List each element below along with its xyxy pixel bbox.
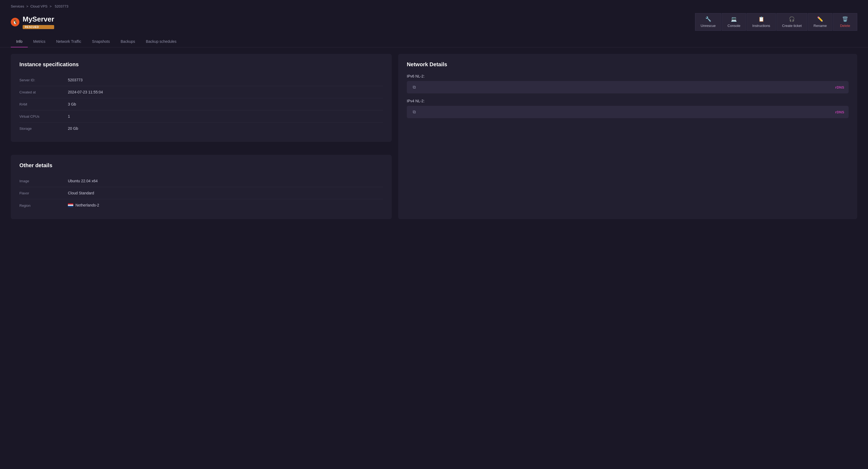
table-row: Region Netherlands-2 bbox=[20, 199, 383, 212]
ipv6-copy-button[interactable]: ⧉ bbox=[411, 84, 417, 90]
other-details-title: Other details bbox=[20, 162, 383, 169]
create-ticket-button[interactable]: 🎧 Create ticket bbox=[776, 13, 807, 31]
unrescue-icon: 🔧 bbox=[705, 16, 711, 22]
spec-label-created-at: Created at bbox=[20, 90, 68, 94]
delete-button[interactable]: 🗑️ Delete bbox=[833, 13, 857, 31]
spec-value-server-id: 5203773 bbox=[68, 78, 83, 82]
spec-label-image: Image bbox=[20, 179, 68, 183]
spec-label-flavor: Flavor bbox=[20, 191, 68, 195]
region-flag: Netherlands-2 bbox=[68, 203, 99, 207]
ipv4-row: ⧉ rDNS bbox=[407, 106, 848, 118]
spec-value-region: Netherlands-2 bbox=[68, 203, 99, 208]
tab-metrics[interactable]: Metrics bbox=[28, 36, 51, 47]
server-name: MyServer bbox=[23, 15, 54, 24]
tab-snapshots[interactable]: Snapshots bbox=[87, 36, 115, 47]
table-row: Image Ubuntu 22.04 x64 bbox=[20, 175, 383, 187]
tab-info[interactable]: Info bbox=[11, 36, 28, 47]
status-badge: RESCUED bbox=[23, 25, 54, 29]
network-details-card: Network Details IPv6 NL-2: ⧉ rDNS IPv4 N… bbox=[398, 54, 857, 219]
toolbar: 🔧 Unrescue 💻 Console 📋 Instructions 🎧 Cr… bbox=[695, 13, 857, 31]
tab-network-traffic[interactable]: Network Traffic bbox=[51, 36, 87, 47]
ipv6-row: ⧉ rDNS bbox=[407, 81, 848, 93]
ipv6-section: IPv6 NL-2: ⧉ rDNS bbox=[407, 74, 848, 93]
spec-label-ram: RAM bbox=[20, 102, 68, 106]
ipv4-section: IPv4 NL-2: ⧉ rDNS bbox=[407, 99, 848, 118]
instructions-icon: 📋 bbox=[758, 16, 764, 22]
header-left: 🐧 MyServer RESCUED bbox=[11, 15, 54, 29]
delete-icon: 🗑️ bbox=[842, 16, 848, 22]
spec-value-vcpus: 1 bbox=[68, 114, 70, 119]
netherlands-flag-icon bbox=[68, 203, 73, 207]
server-info: MyServer RESCUED bbox=[23, 15, 54, 29]
table-row: Virtual CPUs 1 bbox=[20, 110, 383, 123]
spec-value-ram: 3 Gb bbox=[68, 102, 76, 106]
ipv4-label: IPv4 NL-2: bbox=[407, 99, 848, 103]
breadcrumb-server-id: 5203773 bbox=[55, 4, 68, 8]
spec-label-region: Region bbox=[20, 204, 68, 208]
create-ticket-icon: 🎧 bbox=[789, 16, 795, 22]
console-button[interactable]: 💻 Console bbox=[722, 13, 746, 31]
table-row: RAM 3 Gb bbox=[20, 98, 383, 110]
table-row: Created at 2024-07-23 11:55:04 bbox=[20, 86, 383, 98]
console-icon: 💻 bbox=[731, 16, 737, 22]
main-content: Instance specifications Server ID: 52037… bbox=[0, 47, 868, 226]
breadcrumb-cloud-vps[interactable]: Cloud VPS bbox=[30, 4, 48, 8]
server-os-icon: 🐧 bbox=[11, 18, 20, 26]
table-row: Flavor Cloud Standard bbox=[20, 187, 383, 199]
spec-value-created-at: 2024-07-23 11:55:04 bbox=[68, 90, 103, 94]
other-details-card: Other details Image Ubuntu 22.04 x64 Fla… bbox=[11, 155, 392, 219]
rename-icon: ✏️ bbox=[817, 16, 823, 22]
rename-button[interactable]: ✏️ Rename bbox=[808, 13, 832, 31]
ipv6-rdns-button[interactable]: rDNS bbox=[835, 85, 844, 89]
page-header: 🐧 MyServer RESCUED 🔧 Unrescue 💻 Console … bbox=[0, 10, 868, 36]
breadcrumb-services[interactable]: Services bbox=[11, 4, 24, 8]
instructions-button[interactable]: 📋 Instructions bbox=[746, 13, 776, 31]
instance-specs-title: Instance specifications bbox=[20, 61, 383, 68]
spec-value-flavor: Cloud Standard bbox=[68, 191, 94, 195]
navigation-tabs: Info Metrics Network Traffic Snapshots B… bbox=[0, 36, 868, 47]
spec-value-image: Ubuntu 22.04 x64 bbox=[68, 179, 98, 183]
breadcrumb: Services > Cloud VPS > 5203773 bbox=[0, 0, 868, 10]
spec-value-storage: 20 Gb bbox=[68, 126, 78, 131]
ipv4-rdns-button[interactable]: rDNS bbox=[835, 110, 844, 114]
table-row: Storage 20 Gb bbox=[20, 123, 383, 134]
spec-label-storage: Storage bbox=[20, 127, 68, 131]
spec-label-server-id: Server ID: bbox=[20, 78, 68, 82]
ipv4-copy-button[interactable]: ⧉ bbox=[411, 109, 417, 115]
ipv6-label: IPv6 NL-2: bbox=[407, 74, 848, 78]
network-details-title: Network Details bbox=[407, 61, 848, 68]
instance-specs-card: Instance specifications Server ID: 52037… bbox=[11, 54, 392, 142]
tab-backup-schedules[interactable]: Backup schedules bbox=[141, 36, 182, 47]
spec-label-vcpus: Virtual CPUs bbox=[20, 114, 68, 119]
unrescue-button[interactable]: 🔧 Unrescue bbox=[695, 13, 721, 31]
left-column: Instance specifications Server ID: 52037… bbox=[11, 54, 392, 219]
table-row: Server ID: 5203773 bbox=[20, 74, 383, 86]
tab-backups[interactable]: Backups bbox=[115, 36, 141, 47]
